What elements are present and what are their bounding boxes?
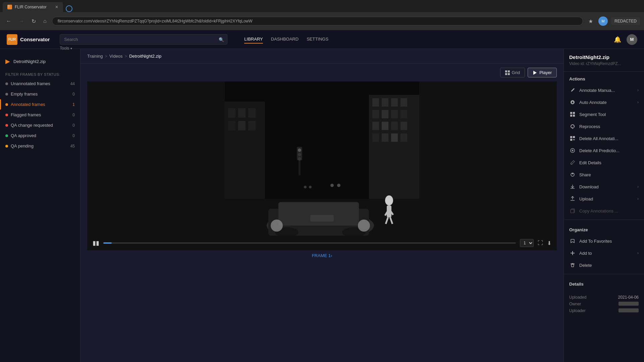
nav-link-settings[interactable]: SETTINGS — [307, 35, 328, 44]
svg-rect-34 — [278, 202, 359, 226]
detail-value-uploaded: 2021-04-06 — [618, 295, 639, 300]
action-auto-annotate[interactable]: Auto Annotate › — [564, 96, 644, 108]
progress-bar[interactable] — [103, 242, 516, 244]
svg-rect-19 — [372, 133, 379, 142]
filter-dot-empty — [5, 93, 8, 96]
bookmark-button[interactable]: ★ — [586, 17, 595, 26]
player-view-button[interactable]: Player — [528, 68, 557, 77]
detail-value-owner — [619, 302, 639, 306]
detail-value-uploader — [619, 308, 639, 312]
avatar[interactable]: M — [627, 34, 637, 45]
svg-rect-3 — [508, 73, 510, 75]
tab-title: FLIR Conservator — [15, 5, 47, 9]
active-indicator — [0, 99, 1, 110]
breadcrumb-training[interactable]: Training — [87, 54, 103, 59]
action-delete-predictions[interactable]: Delete All Predictio... — [564, 144, 644, 157]
address-bar-row: ← → ↻ ⌂ flirconservator.com/videos/rZYhN… — [0, 12, 644, 30]
upload-icon — [569, 195, 576, 202]
annotate-manually-icon — [569, 87, 576, 94]
play-icon: ▶ — [5, 58, 10, 65]
address-bar[interactable]: flirconservator.com/videos/rZYhNqRemzdPZ… — [52, 17, 583, 25]
search-input[interactable] — [60, 34, 227, 45]
breadcrumb-videos[interactable]: Videos — [109, 54, 123, 59]
filter-name-qa-pending: QA pending — [11, 143, 68, 148]
action-delete[interactable]: Delete — [564, 259, 644, 271]
refresh-button[interactable]: ↻ — [30, 17, 38, 26]
frame-label[interactable]: FRAME 1› — [87, 250, 557, 261]
action-share[interactable]: Share — [564, 169, 644, 181]
action-upload[interactable]: Upload › — [564, 193, 644, 205]
detail-label-uploader: Uploader — [569, 308, 586, 313]
filter-count-qa-pending: 45 — [70, 144, 75, 148]
breadcrumb-current: DetroitNight2.zip — [129, 54, 161, 59]
action-label-delete-predictions: Delete All Predictio... — [579, 148, 639, 153]
filter-empty[interactable]: Empty frames 0 — [0, 89, 80, 99]
frame-select[interactable]: 1 — [520, 239, 534, 247]
delete-icon — [569, 262, 576, 268]
filter-flagged[interactable]: Flagged frames 0 — [0, 110, 80, 120]
svg-rect-8 — [382, 98, 388, 107]
svg-rect-57 — [570, 115, 572, 117]
action-annotate-manually[interactable]: Annotate Manua... › — [564, 84, 644, 96]
filter-unannotated[interactable]: Unannotated frames 44 — [0, 78, 80, 89]
breadcrumb-sep-1: > — [105, 54, 107, 59]
svg-rect-66 — [571, 209, 574, 213]
auto-annotate-icon — [569, 99, 576, 106]
logo-icon: FLIR — [7, 34, 17, 45]
action-label-upload: Upload — [579, 196, 634, 201]
action-segment-tool[interactable]: Segment Tool — [564, 108, 644, 120]
forward-button[interactable]: → — [17, 17, 26, 25]
filter-dot-flagged — [5, 114, 8, 116]
action-reprocess[interactable]: Reprocess — [564, 120, 644, 132]
filter-qa-pending[interactable]: QA pending 45 — [0, 141, 80, 151]
filter-qa-approved[interactable]: QA approved 0 — [0, 130, 80, 141]
video-container: ▮▮ 1 ⛶ ⬇ FRAME 1› — [80, 81, 564, 267]
svg-point-37 — [271, 220, 283, 232]
action-label-favorites: Add To Favorites — [579, 239, 639, 244]
svg-rect-55 — [570, 112, 572, 114]
video-controls: ▮▮ 1 ⛶ ⬇ — [87, 236, 557, 250]
nav-link-dashboard[interactable]: DASHBOARD — [271, 35, 299, 44]
right-panel-title: DetroitNight2.zip — [569, 54, 639, 60]
notifications-button[interactable]: 🔔 — [614, 36, 621, 43]
svg-rect-16 — [382, 122, 388, 130]
action-delete-annotations[interactable]: Delete All Annotati... — [564, 132, 644, 144]
filter-annotated[interactable]: Annotated frames 1 — [0, 99, 80, 110]
top-nav: FLIR Conservator 🔍 Tools ▾ LIBRARY DASHB… — [0, 30, 644, 49]
tab-close-button[interactable]: ✕ — [55, 5, 58, 9]
browser-profile-avatar[interactable]: M — [598, 16, 608, 26]
pause-button[interactable]: ▮▮ — [93, 239, 99, 247]
copy-annotations-icon — [569, 207, 576, 214]
svg-rect-25 — [238, 108, 246, 118]
svg-point-50 — [298, 157, 301, 161]
video-download-button[interactable]: ⬇ — [547, 240, 551, 246]
action-edit-details[interactable]: Edit Details — [564, 157, 644, 169]
browser-tab[interactable]: F FLIR Conservator ✕ — [3, 2, 63, 12]
filter-label: Filter frames by status: — [0, 68, 80, 78]
svg-point-51 — [330, 184, 334, 187]
action-add-to[interactable]: Add to › — [564, 247, 644, 259]
action-label-edit-details: Edit Details — [579, 160, 639, 165]
sidebar-file[interactable]: ▶ DetroitNight2.zip — [0, 54, 80, 68]
home-button[interactable]: ⌂ — [41, 17, 49, 25]
search-container: 🔍 Tools ▾ — [60, 34, 227, 45]
nav-link-library[interactable]: LIBRARY — [244, 35, 263, 44]
video-frame — [87, 81, 557, 236]
tools-chevron-icon: ▾ — [70, 47, 72, 50]
svg-rect-14 — [400, 110, 407, 118]
search-tools[interactable]: Tools ▾ — [60, 46, 72, 51]
back-button[interactable]: ← — [4, 17, 13, 25]
action-add-favorites[interactable]: Add To Favorites — [564, 235, 644, 247]
svg-rect-61 — [570, 139, 572, 141]
svg-point-49 — [298, 153, 301, 156]
svg-point-65 — [572, 173, 573, 174]
divider-details — [564, 274, 644, 274]
grid-view-button[interactable]: Grid — [500, 68, 525, 77]
action-label-delete: Delete — [579, 263, 639, 268]
new-tab-button[interactable] — [66, 5, 72, 12]
filter-qa-change[interactable]: QA change requested 0 — [0, 120, 80, 130]
svg-rect-0 — [505, 70, 507, 72]
action-download[interactable]: Download › — [564, 181, 644, 193]
fullscreen-button[interactable]: ⛶ — [538, 240, 543, 246]
browser-user-button[interactable]: REDACTED — [611, 17, 640, 25]
